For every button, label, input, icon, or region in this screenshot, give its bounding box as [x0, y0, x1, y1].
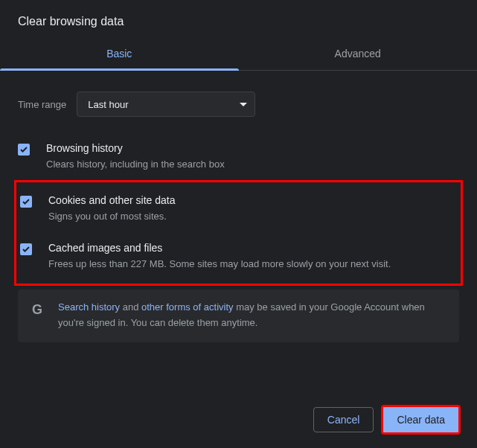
option-browsing-history: Browsing history Clears history, includi…: [18, 135, 459, 182]
info-text: Search history and other forms of activi…: [58, 300, 447, 330]
google-account-info: G Search history and other forms of acti…: [18, 289, 459, 342]
checkbox-cookies[interactable]: [20, 196, 32, 208]
option-title: Cookies and other site data: [48, 194, 457, 206]
check-icon: [22, 245, 31, 254]
tab-basic[interactable]: Basic: [0, 39, 239, 70]
dialog-footer: Cancel Clear data: [313, 405, 461, 435]
option-cookies: Cookies and other site data Signs you ou…: [20, 187, 457, 234]
time-range-label: Time range: [18, 99, 66, 110]
annotation-highlight-box: Cookies and other site data Signs you ou…: [14, 180, 463, 286]
checkbox-cache[interactable]: [20, 243, 32, 255]
other-activity-link[interactable]: other forms of activity: [141, 301, 234, 313]
time-range-row: Time range Last hour: [18, 86, 459, 135]
dialog-body: Time range Last hour Browsing history Cl…: [0, 71, 477, 342]
option-title: Cached images and files: [48, 242, 457, 254]
clear-data-button[interactable]: Clear data: [381, 405, 461, 435]
search-history-link[interactable]: Search history: [58, 301, 120, 313]
chevron-down-icon: [240, 103, 247, 106]
check-icon: [22, 197, 31, 206]
option-description: Clears history, including in the search …: [46, 157, 459, 172]
option-title: Browsing history: [46, 142, 459, 154]
option-description: Signs you out of most sites.: [48, 209, 457, 224]
dialog-title: Clear browsing data: [0, 0, 477, 39]
time-range-value: Last hour: [88, 99, 128, 110]
check-icon: [19, 145, 28, 154]
checkbox-browsing-history[interactable]: [18, 144, 30, 156]
option-cache: Cached images and files Frees up less th…: [20, 234, 457, 282]
cancel-button[interactable]: Cancel: [313, 407, 374, 432]
clear-browsing-data-dialog: Clear browsing data Basic Advanced Time …: [0, 0, 477, 448]
tabs: Basic Advanced: [0, 39, 477, 71]
tab-advanced[interactable]: Advanced: [239, 39, 478, 70]
time-range-select[interactable]: Last hour: [77, 92, 255, 117]
option-description: Frees up less than 227 MB. Some sites ma…: [48, 257, 457, 272]
google-icon: G: [30, 302, 45, 317]
